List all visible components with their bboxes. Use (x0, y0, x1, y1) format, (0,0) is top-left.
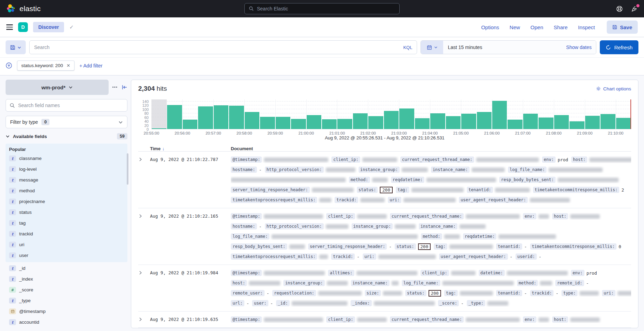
histogram-bar[interactable] (446, 116, 461, 129)
expand-row-button[interactable] (138, 156, 150, 207)
collapse-sidebar-icon[interactable] (122, 85, 127, 90)
field-item-user[interactable]: tuser (9, 250, 124, 261)
field-item-_score[interactable]: #_score (9, 284, 124, 295)
histogram-bar[interactable] (600, 114, 615, 129)
field-value-pair: instance_group: (359, 167, 428, 173)
kql-toggle[interactable]: KQL (403, 45, 412, 50)
redacted-value (374, 301, 435, 306)
field-item-_index[interactable]: t_index (9, 274, 124, 284)
menu-inspect[interactable]: Inspect (578, 24, 595, 30)
histogram-bar[interactable] (307, 115, 321, 129)
chart-plot[interactable] (151, 99, 631, 129)
histogram-bar[interactable] (508, 120, 522, 129)
field-item-method[interactable]: tmethod (9, 185, 124, 196)
histogram-bar[interactable] (523, 114, 538, 129)
doc-field-pill: tenantid: (496, 290, 522, 296)
newsfeed-icon[interactable] (631, 6, 638, 12)
bar-slot (167, 99, 182, 129)
elastic-brand[interactable]: elastic (6, 4, 41, 14)
menu-icon[interactable] (6, 24, 13, 30)
bar-slot (291, 99, 306, 129)
index-pattern-selector[interactable]: wm-prod* (6, 80, 109, 95)
saved-query-menu-button[interactable] (6, 40, 26, 54)
histogram-bar[interactable] (167, 105, 182, 129)
filter-pill-status-keyword[interactable]: status.keyword: 200 ✕ (17, 60, 74, 71)
histogram-bar[interactable] (461, 114, 476, 129)
doc-field-pill: _score: (438, 300, 459, 306)
time-range-display[interactable]: Last 15 minutes Show dates (443, 41, 596, 54)
refresh-button[interactable]: Refresh (600, 40, 638, 54)
histogram-bar[interactable] (198, 106, 213, 129)
histogram-bar[interactable] (616, 118, 631, 129)
histogram-bar[interactable] (492, 101, 507, 129)
histogram-bar[interactable] (415, 118, 430, 129)
menu-open[interactable]: Open (531, 24, 543, 30)
menu-share[interactable]: Share (554, 24, 568, 30)
histogram-bar[interactable] (554, 115, 569, 129)
space-avatar[interactable]: D (18, 22, 28, 32)
histogram-bar[interactable] (399, 108, 414, 129)
field-item-uri[interactable]: turi (9, 239, 124, 250)
sort-desc-icon[interactable]: ↓ (162, 146, 165, 151)
field-item-status[interactable]: tstatus (9, 207, 124, 218)
save-button[interactable]: Save (607, 21, 638, 34)
field-item-trackid[interactable]: ttrackid (9, 228, 124, 239)
histogram-chart[interactable]: 020406080100120140 (138, 99, 631, 129)
menu-options[interactable]: Options (481, 24, 499, 30)
bar-slot (198, 99, 213, 129)
field-item-classname[interactable]: tclassname (9, 153, 124, 164)
histogram-bar[interactable] (585, 116, 600, 129)
histogram-bar[interactable] (291, 119, 306, 129)
show-dates-link[interactable]: Show dates (566, 45, 591, 50)
histogram-bar[interactable] (570, 121, 584, 129)
field-item-log-level[interactable]: tlog-level (9, 164, 124, 175)
histogram-bar[interactable] (384, 111, 399, 129)
field-item-_id[interactable]: t_id (9, 263, 124, 274)
histogram-bar[interactable] (430, 113, 445, 129)
field-item-accountid[interactable]: taccountid (9, 317, 124, 328)
histogram-bar[interactable] (353, 113, 368, 129)
histogram-bar[interactable] (152, 128, 166, 129)
histogram-bar[interactable] (276, 117, 290, 129)
filter-menu-icon[interactable] (6, 62, 12, 69)
field-value-pair: client_ip: (326, 213, 386, 219)
field-actions-icon[interactable] (112, 85, 118, 89)
histogram-bar[interactable] (260, 117, 275, 129)
histogram-bar[interactable] (368, 116, 383, 129)
histogram-bar[interactable] (322, 119, 337, 129)
chart-options-button[interactable]: Chart options (596, 86, 631, 91)
expand-row-button[interactable] (138, 213, 150, 263)
global-search-input[interactable]: Search Elastic (244, 3, 400, 14)
column-header-time[interactable]: Time↓ (150, 146, 231, 151)
menu-new[interactable]: New (510, 24, 520, 30)
field-item-message[interactable]: tmessage (9, 175, 124, 185)
filter-by-type-dropdown[interactable]: Filter by type 0 (6, 116, 127, 128)
sidebar-scrollbar[interactable] (127, 153, 128, 185)
histogram-bar[interactable] (183, 120, 197, 129)
histogram-bar[interactable] (539, 118, 553, 129)
remove-filter-icon[interactable]: ✕ (66, 63, 70, 68)
bar-slot (616, 99, 631, 129)
field-item-_type[interactable]: t_type (9, 295, 124, 306)
field-item-@timestamp[interactable]: @timestamp (9, 306, 124, 317)
histogram-bar[interactable] (214, 105, 228, 129)
breadcrumb[interactable]: Discover (33, 22, 64, 32)
field-value-pair: host: (552, 213, 600, 219)
available-fields-toggle[interactable]: Available fields 59 (6, 133, 127, 139)
expand-row-button[interactable] (138, 316, 150, 326)
histogram-bar[interactable] (337, 119, 352, 129)
help-icon[interactable] (616, 6, 623, 12)
field-search-input[interactable]: Search field names (6, 99, 127, 112)
expand-row-button[interactable] (138, 269, 150, 310)
kql-search-input[interactable]: Search KQL (29, 40, 417, 54)
add-filter-link[interactable]: + Add filter (79, 63, 103, 68)
doc-field-pill: method: (349, 177, 370, 183)
histogram-bar[interactable] (477, 112, 492, 129)
date-quick-menu-button[interactable] (421, 41, 443, 54)
doc-field-pill: user_agent_request_header: (439, 253, 508, 260)
bar-slot (461, 99, 476, 129)
field-item-projectname[interactable]: tprojectname (9, 196, 124, 207)
histogram-bar[interactable] (245, 112, 259, 129)
histogram-bar[interactable] (229, 106, 244, 129)
field-item-tag[interactable]: ttag (9, 218, 124, 228)
